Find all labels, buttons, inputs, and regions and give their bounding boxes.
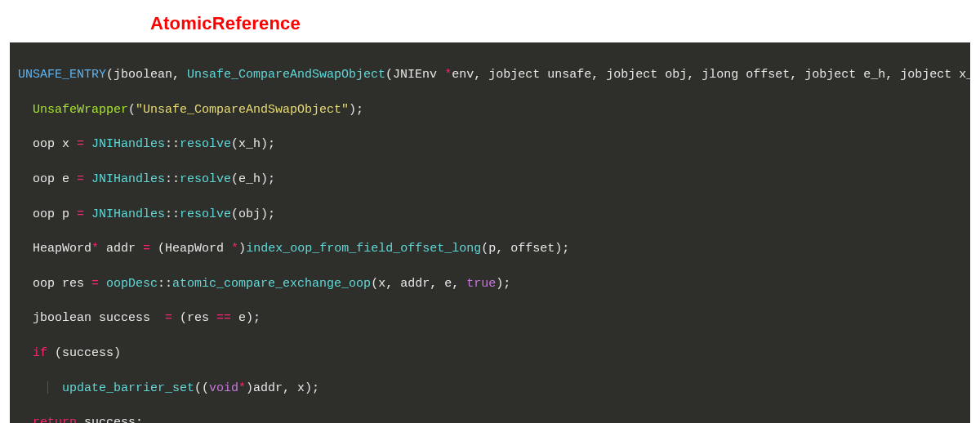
code-line: oop e = JNIHandles::resolve(e_h);	[18, 171, 962, 188]
code-line: if (success)	[18, 345, 962, 362]
indent-guide-icon	[47, 381, 48, 394]
code-line: HeapWord* addr = (HeapWord *)index_oop_f…	[18, 240, 962, 257]
code-line: UNSAFE_ENTRY(jboolean, Unsafe_CompareAnd…	[18, 66, 962, 83]
section-heading-atomicreference: AtomicReference	[150, 13, 970, 34]
code-line: update_barrier_set((void*)addr, x);	[18, 380, 962, 397]
code-line: jboolean success = (res == e);	[18, 309, 962, 327]
code-line: UnsafeWrapper("Unsafe_CompareAndSwapObje…	[18, 101, 962, 118]
code-line: oop p = JNIHandles::resolve(obj);	[18, 206, 962, 223]
code-line: oop res = oopDesc::atomic_compare_exchan…	[18, 275, 962, 292]
code-line: return success;	[18, 414, 962, 423]
code-block-atomicreference: UNSAFE_ENTRY(jboolean, Unsafe_CompareAnd…	[10, 42, 970, 423]
code-line: oop x = JNIHandles::resolve(x_h);	[18, 136, 962, 153]
